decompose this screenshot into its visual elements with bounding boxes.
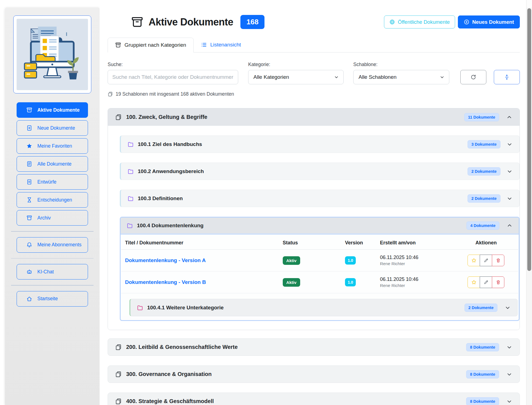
sidebar-divider [11, 258, 94, 259]
sidebar-item-aktive-dokumente[interactable]: Aktive Dokumente [17, 102, 88, 118]
folder-icon [127, 223, 133, 229]
category-groups: 100. Zweck, Geltung & Begriffe 11 Dokume… [108, 108, 520, 405]
subcategory-doc-count-badge: 2 Dokumente [464, 304, 497, 312]
trash-icon [496, 280, 501, 285]
created-date: 06.11.2025 10:46 [380, 255, 458, 260]
group-200-header[interactable]: 200. Leitbild & Genossenschaftliche Wert… [108, 338, 520, 356]
summary-text: 19 Schablonen mit insgesamt 168 aktiven … [116, 91, 234, 97]
favorite-button[interactable] [468, 255, 480, 266]
summary-line: 19 Schablonen mit insgesamt 168 aktiven … [108, 91, 520, 97]
sidebar-item-label: Aktive Dokumente [37, 107, 80, 113]
group-title: 100. Zweck, Geltung & Begriffe [126, 114, 207, 120]
col-title-header: Titel / Dokumentnummer [125, 240, 283, 246]
edit-button[interactable] [480, 255, 492, 266]
col-created-header: Erstellt am/von [380, 240, 458, 246]
chevron-down-icon[interactable] [506, 344, 512, 350]
category-label: Kategorie: [248, 62, 344, 67]
actions-cell [458, 276, 514, 288]
edit-button[interactable] [480, 276, 492, 288]
group-title: 400. Strategie & Geschäftsmodell [126, 398, 214, 404]
subcategory-100-4-header[interactable]: 100.4 Dokumentenlenkung 4 Dokumente [121, 218, 519, 235]
home-icon [26, 296, 32, 302]
subcategory-title: 100.2 Anwendungsbereich [138, 168, 204, 174]
document-link[interactable]: Dokumentenlenkung - Version A [125, 257, 283, 263]
vertical-scrollbar[interactable] [526, 0, 532, 405]
new-document-button[interactable]: Neues Dokument [458, 15, 520, 28]
subcategory-title: 100.4 Dokumentenlenkung [137, 223, 204, 229]
subcategory-100-3[interactable]: 100.3 Definitionen 2 Dokumente [120, 190, 520, 207]
sidebar-item-label: Meine Favoriten [37, 143, 72, 149]
subcategory-100-4-expanded: 100.4 Dokumentenlenkung 4 Dokumente Tite… [120, 217, 520, 321]
trash-icon [496, 258, 501, 263]
sidebar-item-label: Startseite [37, 296, 58, 302]
group-300-header[interactable]: 300. Governance & Organisation 8 Dokumen… [108, 365, 520, 383]
file-icon [26, 179, 32, 185]
file-plus-icon [26, 125, 32, 131]
sidebar-item-label: Entscheidungen [37, 197, 72, 203]
archive-icon [131, 16, 144, 28]
subcategory-doc-count-badge: 2 Dokumente [468, 194, 500, 203]
table-header-row: Titel / Dokumentnummer Status Version Er… [121, 236, 518, 250]
status-badge: Aktiv [283, 256, 300, 265]
group-100-body: 100.1 Ziel des Handbuchs 3 Dokumente 100… [108, 126, 520, 330]
group-title: 200. Leitbild & Genossenschaftliche Wert… [126, 344, 238, 350]
sidebar-item-neue-dokumente[interactable]: Neue Dokumente [17, 120, 88, 136]
main-content: Aktive Dokumente 168 Öffentliche Dokumen… [100, 0, 526, 405]
chevron-down-icon[interactable] [506, 398, 512, 404]
document-link[interactable]: Dokumentenlenkung - Version B [125, 279, 283, 285]
sidebar-item-entscheidungen[interactable]: Entscheidungen [17, 192, 88, 208]
tab-grouped-by-categories[interactable]: Gruppiert nach Kategorien [108, 38, 194, 53]
group-100-card: 100. Zweck, Geltung & Begriffe 11 Dokume… [108, 108, 520, 330]
subcategory-100-2[interactable]: 100.2 Anwendungsbereich 2 Dokumente [120, 163, 520, 180]
sidebar-item-meine-favoriten[interactable]: Meine Favoriten [17, 138, 88, 154]
scrollbar-thumb[interactable] [527, 8, 531, 271]
chevron-down-icon[interactable] [507, 195, 513, 202]
delete-button[interactable] [492, 276, 504, 288]
col-actions-header: Aktionen [458, 240, 514, 246]
sidebar-item-label: Meine Abonnements [37, 242, 82, 248]
sidebar-item-label: Archiv [37, 215, 51, 221]
expand-collapse-all-button[interactable] [494, 70, 520, 84]
chevron-down-icon [334, 75, 339, 80]
sidebar-item-meine-abonnements[interactable]: Meine Abonnements [17, 237, 88, 253]
pages-icon [115, 371, 122, 378]
chevron-down-icon[interactable] [507, 141, 513, 147]
refresh-button[interactable] [460, 70, 486, 84]
delete-button[interactable] [492, 255, 504, 266]
search-group: Suche: [108, 62, 238, 84]
document-count-badge: 168 [240, 15, 264, 29]
template-select[interactable]: Alle Schablonen [353, 70, 449, 84]
sidebar-item-archiv[interactable]: Archiv [17, 210, 88, 226]
sidebar-item-startseite[interactable]: Startseite [17, 291, 88, 307]
favorite-button[interactable] [468, 276, 480, 288]
chevron-up-icon[interactable] [507, 223, 513, 229]
sidebar: Aktive Dokumente Neue Dokumente Meine Fa… [5, 7, 100, 405]
folder-icon [128, 141, 134, 147]
scrollbar-top[interactable] [526, 0, 532, 7]
subcategory-100-1[interactable]: 100.1 Ziel des Handbuchs 3 Dokumente [120, 135, 520, 153]
pages-icon [115, 398, 122, 405]
chevron-down-icon[interactable] [507, 168, 513, 174]
sidebar-item-ki-chat[interactable]: KI-Chat [17, 264, 88, 279]
group-100-header[interactable]: 100. Zweck, Geltung & Begriffe 11 Dokume… [108, 108, 520, 126]
chevron-down-icon[interactable] [505, 305, 511, 311]
sidebar-item-alle-dokumente[interactable]: Alle Dokumente [17, 156, 88, 172]
list-icon [201, 42, 207, 48]
category-select[interactable]: Alle Kategorien [248, 70, 344, 84]
created-cell: 06.11.2025 10:46 Rene Richter [380, 255, 458, 266]
tab-list-view[interactable]: Listenansicht [194, 37, 248, 52]
search-input[interactable] [108, 70, 238, 84]
sidebar-item-label: Alle Dokumente [37, 161, 72, 167]
archive-icon [115, 42, 121, 48]
version-badge: 1.0 [345, 278, 356, 286]
chevron-up-icon[interactable] [506, 114, 512, 120]
subcategory-doc-count-badge: 3 Dokumente [468, 140, 500, 148]
sidebar-item-entwuerfe[interactable]: Entwürfe [17, 174, 88, 190]
chevron-down-icon[interactable] [506, 371, 512, 377]
templates-stack-icon [108, 92, 113, 97]
group-400-header[interactable]: 400. Strategie & Geschäftsmodell 8 Dokum… [108, 393, 520, 405]
page-title: Aktive Dokumente [149, 16, 233, 28]
subcategory-100-4-1[interactable]: 100.4.1 Weitere Unterkategorie 2 Dokumen… [129, 299, 518, 316]
file-text-icon [26, 161, 32, 167]
public-documents-button[interactable]: Öffentliche Dokumente [384, 15, 455, 28]
